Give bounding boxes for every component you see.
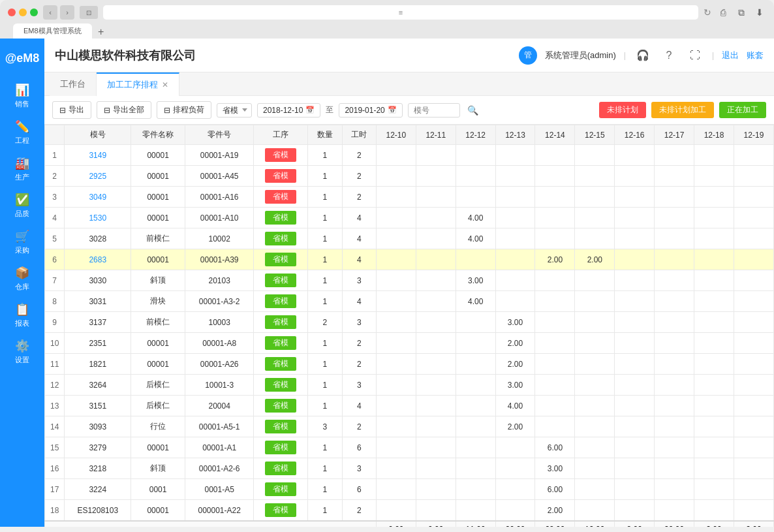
sidebar-label-quality: 品质 [15,209,29,219]
cell-d11 [416,479,456,500]
new-tab-btn[interactable]: + [95,25,108,39]
cell-qty: 2 [308,312,342,333]
cell-d19 [734,187,773,208]
export-all-btn[interactable]: ⊟ 导出全部 [97,101,151,119]
cell-part-no: 0001-A5 [185,479,254,500]
forward-btn[interactable]: › [60,5,74,20]
sidebar-item-reports[interactable]: 📋 报表 [0,297,44,334]
cell-d11 [416,208,456,228]
tab-schedule-close[interactable]: ✕ [162,80,168,89]
help-icon[interactable]: ? [660,46,678,65]
cell-d17 [655,187,694,208]
cell-d16 [615,291,655,312]
cell-d16 [615,479,655,500]
cell-d14 [535,354,575,375]
logout-btn[interactable]: 退出 [722,50,739,61]
cell-qty: 1 [308,500,342,522]
cell-part-name: 00001 [131,333,185,354]
company-name: 中山模思软件科技有限公司 [55,48,196,63]
app-header: 中山模思软件科技有限公司 管 系统管理员(admin) | 🎧 ? ⛶ | 退出… [44,39,774,72]
cell-qty: 1 [308,354,342,375]
cell-d18 [694,458,734,479]
cell-d17 [655,396,694,416]
cell-model: 1530 [65,208,131,228]
calendar-from-icon: 📅 [305,106,315,114]
cell-no: 4 [45,208,65,228]
cell-no: 17 [45,479,65,500]
reports-icon: 📋 [15,302,29,317]
fullscreen-icon[interactable]: ⛶ [686,46,704,65]
badge-processing[interactable]: 正在加工 [719,102,766,118]
address-bar[interactable]: ≡ [103,5,698,20]
export-btn[interactable]: ⊟ 导出 [52,101,91,119]
cell-d13 [495,479,535,500]
date-to-input[interactable]: 2019-01-20 📅 [339,103,402,117]
browser-chrome: ‹ › ⊡ ≡ ↻ ⎙ ⧉ ⬇ EM8模具管理系统 + [0,0,774,39]
tab-schedule[interactable]: 加工工序排程 ✕ [97,72,179,96]
cell-part-no: 00001-A19 [185,145,254,166]
sidebar-item-quality[interactable]: ✅ 品质 [0,187,44,224]
cell-d17 [655,500,694,522]
cell-d12: 4.00 [456,291,495,312]
sidebar-item-purchase[interactable]: 🛒 采购 [0,224,44,260]
cell-model: 3218 [65,458,131,479]
cell-model: 2925 [65,166,131,187]
window-mode-btn[interactable]: ⊡ [80,6,98,19]
table-row: 5 3028 前模仁 10002 省模 1 4 4.00 [45,228,774,249]
cell-d14: 6.00 [535,437,575,458]
sidebar-item-engineering[interactable]: ✏️ 工程 [0,114,44,151]
cell-process: 省模 [254,270,308,291]
badge-unscheduled[interactable]: 未排计划 [599,102,646,118]
sidebar-item-production[interactable]: 🏭 生产 [0,151,44,187]
cell-d10 [376,479,416,500]
cell-hours: 4 [342,228,376,249]
sidebar-item-warehouse[interactable]: 📦 仓库 [0,260,44,297]
headset-icon[interactable]: 🎧 [634,46,652,65]
browser-titlebar: ‹ › ⊡ ≡ ↻ ⎙ ⧉ ⬇ [8,5,766,20]
cell-d17 [655,354,694,375]
search-input[interactable] [408,103,460,117]
sidebar-item-settings[interactable]: ⚙️ 设置 [0,334,44,370]
table-container[interactable]: 模号 零件名称 零件号 工序 数量 工时 12-10 12-11 12-12 1… [44,125,774,527]
badge-unscheduled-processing[interactable]: 未排计划加工 [651,102,714,118]
download-icon[interactable]: ⬇ [753,6,766,19]
cell-d11 [416,416,456,437]
cell-process: 省模 [254,291,308,312]
total-d15: 13.00 [575,521,615,527]
cell-part-name: 后模仁 [131,375,185,396]
back-btn[interactable]: ‹ [43,5,57,20]
col-d16: 12-16 [615,125,655,145]
cell-no: 9 [45,312,65,333]
sales-icon: 📊 [15,83,29,97]
maximize-window-btn[interactable] [30,8,38,16]
cell-d17 [655,249,694,270]
duplicate-icon[interactable]: ⧉ [735,6,748,19]
cell-no: 11 [45,354,65,375]
cell-qty: 1 [308,333,342,354]
minimize-window-btn[interactable] [19,8,27,16]
browser-tab-active[interactable]: EM8模具管理系统 [13,23,92,39]
cell-no: 14 [45,416,65,437]
export-icon: ⊟ [59,106,66,115]
cell-d14: 3.00 [535,458,575,479]
cell-d13: 3.00 [495,375,535,396]
date-from-input[interactable]: 2018-12-10 📅 [257,103,320,117]
cell-no: 16 [45,458,65,479]
share-icon[interactable]: ⎙ [717,6,730,19]
cell-process: 省模 [254,249,308,270]
sidebar-item-sales[interactable]: 📊 销售 [0,78,44,114]
province-select[interactable]: 省模 [217,103,252,117]
account-btn[interactable]: 账套 [747,50,764,61]
cell-d11 [416,312,456,333]
table-row: 14 3093 行位 00001-A5-1 省模 3 2 2.00 [45,416,774,437]
tab-workbench[interactable]: 工作台 [50,72,97,96]
close-window-btn[interactable] [8,8,16,16]
total-d19: 3.00 [734,521,773,527]
user-avatar: 管 [519,46,537,65]
cell-qty: 1 [308,208,342,228]
search-btn[interactable]: 🔍 [465,103,480,117]
table-row: 15 3279 00001 00001-A1 省模 1 6 6.00 [45,437,774,458]
cell-d19 [734,312,773,333]
cell-d19 [734,166,773,187]
schedule-load-btn[interactable]: ⊟ 排程负荷 [157,101,211,119]
